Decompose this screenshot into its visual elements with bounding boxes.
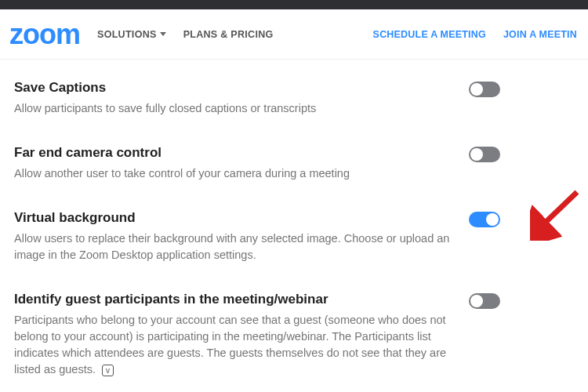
far-end-camera-toggle[interactable]: [469, 147, 500, 162]
settings-list: Save Captions Allow participants to save…: [0, 60, 588, 386]
save-captions-toggle[interactable]: [469, 82, 500, 97]
setting-description: Participants who belong to your account …: [14, 312, 453, 378]
setting-description: Allow users to replace their background …: [14, 230, 453, 263]
virtual-background-toggle[interactable]: [469, 212, 500, 227]
zoom-logo[interactable]: zoom: [9, 20, 80, 49]
info-icon[interactable]: v: [102, 365, 114, 376]
setting-description: Allow participants to save fully closed …: [14, 100, 453, 117]
schedule-meeting-link[interactable]: SCHEDULE A MEETING: [373, 29, 486, 40]
setting-title: Identify guest participants in the meeti…: [14, 292, 453, 307]
setting-title: Far end camera control: [14, 145, 453, 161]
setting-description: Allow another user to take control of yo…: [14, 165, 453, 182]
setting-save-captions: Save Captions Allow participants to save…: [14, 60, 574, 125]
setting-virtual-background: Virtual background Allow users to replac…: [14, 190, 574, 271]
setting-far-end-camera: Far end camera control Allow another use…: [14, 125, 574, 190]
nav-solutions-label: SOLUTIONS: [97, 29, 157, 40]
window-top-bar: [0, 0, 588, 9]
nav-plans-label: PLANS & PRICING: [183, 29, 274, 40]
main-header: zoom SOLUTIONS PLANS & PRICING SCHEDULE …: [0, 9, 588, 60]
join-meeting-link[interactable]: JOIN A MEETIN: [503, 29, 577, 40]
identify-guests-toggle[interactable]: [469, 293, 500, 309]
nav-plans-pricing[interactable]: PLANS & PRICING: [183, 29, 274, 40]
setting-identify-guests: Identify guest participants in the meeti…: [14, 271, 574, 386]
nav-solutions[interactable]: SOLUTIONS: [97, 29, 166, 40]
setting-title: Save Captions: [14, 80, 453, 96]
setting-title: Virtual background: [14, 210, 453, 226]
caret-down-icon: [160, 32, 166, 36]
